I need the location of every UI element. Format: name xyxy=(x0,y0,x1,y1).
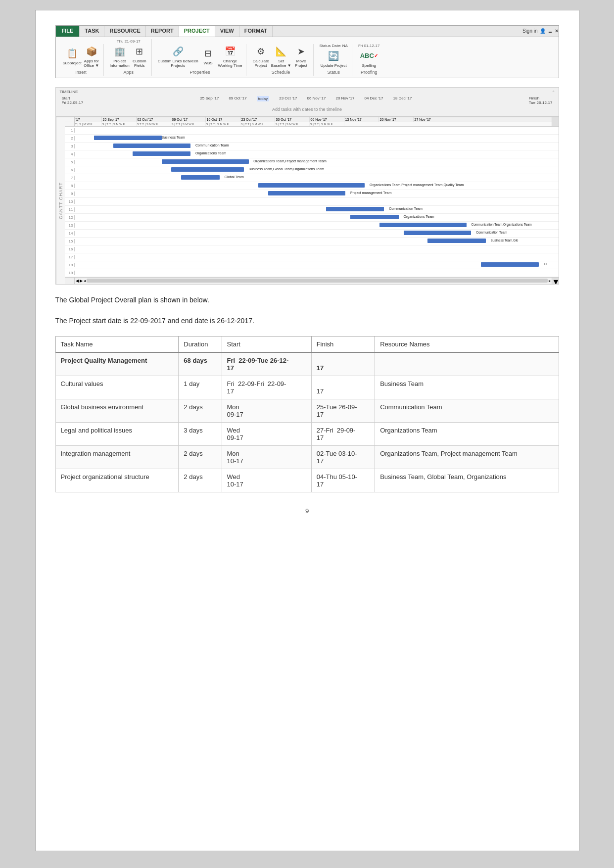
body-line1: The Global Project Overall plan is shown… xyxy=(55,294,559,305)
user-icon: 👤 xyxy=(540,28,546,34)
subproject-button[interactable]: 📋 Subproject xyxy=(63,47,82,66)
gantt-bar xyxy=(427,239,485,243)
duration-cell: 1 day xyxy=(179,376,222,399)
gantt-bar xyxy=(113,144,190,148)
gantt-weekday-6: S | T T | S M W F xyxy=(275,122,310,126)
gantt-bar-label: Business Team,Glo xyxy=(491,239,519,242)
gantt-bar-label: Communication Team xyxy=(195,144,229,147)
table-row: 19 xyxy=(65,269,559,277)
gantt-bar-label: Organizations Team xyxy=(195,151,226,155)
gantt-weekday-5: S | T T | S M W F xyxy=(240,122,275,126)
table-row: 8 Organizations Team,Project management … xyxy=(65,182,559,190)
table-row: Project organizational structure 2 days … xyxy=(55,469,559,492)
gantt-chart-label: GANTT CHART xyxy=(56,117,65,284)
set-baseline-button[interactable]: 📐 SetBaseline ▼ xyxy=(271,45,291,68)
close-icon[interactable]: ✕ xyxy=(555,28,559,34)
custom-links-button[interactable]: 🔗 Custom Links BetweenProjects xyxy=(158,45,198,68)
ribbon-group-insert: 📋 Subproject 📦 Apps forOffice ▼ Insert xyxy=(59,44,104,76)
table-row: Legal and political issues 3 days Wed09-… xyxy=(55,423,559,446)
timeline-date-1: 25 Sep '17 xyxy=(200,96,219,100)
finish-cell: 17 xyxy=(311,376,375,399)
tab-task[interactable]: TASK xyxy=(80,26,104,37)
move-project-button[interactable]: ➤ MoveProject xyxy=(293,45,309,68)
gantt-rows: 1 2 Business Team 3 Communicatio xyxy=(65,127,559,284)
tab-resource[interactable]: RESOURCE xyxy=(104,26,145,37)
gantt-bar xyxy=(94,136,162,140)
gantt-scroll-right[interactable]: ▸ xyxy=(549,279,551,283)
gantt-bar-label: Global Team xyxy=(225,175,244,179)
gantt-date-header-3: 09 Oct '17 xyxy=(171,117,206,122)
gantt-bar-label: Project management Team xyxy=(350,191,392,194)
gantt-next[interactable]: ▶ xyxy=(80,279,83,283)
minimize-icon[interactable]: 🗕 xyxy=(548,28,553,34)
gantt-bar-label: Communication Team xyxy=(476,231,507,234)
gantt-bar xyxy=(258,183,365,188)
custom-fields-icon: ⊞ xyxy=(133,45,146,58)
duration-cell: 3 days xyxy=(179,423,222,446)
sign-in-label[interactable]: Sign in xyxy=(522,28,538,34)
gantt-scroll-left[interactable]: ◂ xyxy=(84,279,86,283)
status-date-label: Status Date: NA xyxy=(320,44,348,48)
col-start: Start xyxy=(222,337,311,353)
col-duration: Duration xyxy=(179,337,222,353)
table-row: 17 xyxy=(65,253,559,261)
timeline-finish: FinishTue 26-12-17 xyxy=(529,96,553,105)
gantt-weekday-0: T | S | M W F xyxy=(75,122,102,126)
gantt-bar xyxy=(162,159,249,164)
table-row: Integration management 2 days Mon10-17 0… xyxy=(55,446,559,469)
status-group-label: Status xyxy=(327,70,340,75)
start-cell: Fri 22-09-Fri 22-09-17 xyxy=(222,376,311,399)
gantt-inner: '17 25 Sep '17 02 Oct '17 09 Oct '17 16 … xyxy=(65,117,559,284)
tab-format[interactable]: FORMAT xyxy=(239,26,273,37)
wbs-button[interactable]: ⊟ WBS xyxy=(200,47,216,66)
gantt-date-header-10: 27 Nov '17 xyxy=(414,117,448,122)
duration-cell: 2 days xyxy=(179,399,222,423)
gantt-date-header-2: 02 Oct '17 xyxy=(137,117,171,122)
timeline-add-tasks: Add tasks with dates to the timeline xyxy=(58,107,557,112)
table-row: 4 Organizations Team xyxy=(65,150,559,158)
timeline-date-6: 04 Dec '17 xyxy=(364,96,383,100)
gantt-bar xyxy=(171,167,244,172)
tab-project[interactable]: PROJECT xyxy=(179,26,215,37)
gantt-bar-label: Organizations Team,Project management Te… xyxy=(253,159,327,163)
table-row: Project Quality Management 68 days Fri 2… xyxy=(55,352,559,376)
finish-cell: 02-Tue 03-10-17 xyxy=(311,446,375,469)
spelling-button[interactable]: ABC✓ Spelling xyxy=(361,49,377,68)
proofing-date: Fri 01-12-17 xyxy=(358,44,380,48)
tab-view[interactable]: VIEW xyxy=(215,26,239,37)
ribbon-group-properties: 🔗 Custom Links BetweenProjects ⊟ WBS 📅 C… xyxy=(154,44,247,76)
project-information-button[interactable]: 🏢 ProjectInformation xyxy=(110,45,130,68)
proofing-group-label: Proofing xyxy=(361,70,378,75)
tab-report[interactable]: REPORT xyxy=(146,26,179,37)
gantt-weekday-1: S | T T | S M W F xyxy=(102,122,137,126)
gantt-date-header-5: 23 Oct '17 xyxy=(240,117,275,122)
table-row: 1 xyxy=(65,127,559,135)
finish-cell: 27-Fri 29-09-17 xyxy=(311,423,375,446)
timeline-label: TIMELINE xyxy=(60,90,78,94)
task-name-cell: Legal and political issues xyxy=(55,423,179,446)
gantt-prev[interactable]: ◀ xyxy=(76,279,79,283)
table-row: 6 Business Team,Global Team,Organization… xyxy=(65,166,559,174)
tab-file[interactable]: FILE xyxy=(56,26,80,37)
timeline-today: today xyxy=(257,96,270,101)
update-project-button[interactable]: 🔄 Update Project xyxy=(321,49,347,68)
change-working-icon: 📅 xyxy=(223,45,237,58)
table-row: 3 Communication Team xyxy=(65,143,559,150)
apps-for-office-button[interactable]: 📦 Apps forOffice ▼ xyxy=(84,45,99,68)
custom-fields-button[interactable]: ⊞ CustomFields xyxy=(132,45,147,68)
timeline-bar: TIMELINE ^ StartFri 22-09-17 25 Sep '17 … xyxy=(55,87,559,117)
start-cell: Mon10-17 xyxy=(222,446,311,469)
gantt-bar xyxy=(133,151,190,156)
gantt-right-scroll[interactable]: ▼ xyxy=(552,278,559,284)
task-name-cell: Cultural values xyxy=(55,376,179,399)
apps-group-label: Apps xyxy=(124,70,134,75)
spelling-icon: ABC✓ xyxy=(362,49,376,63)
gantt-scrollbar-track[interactable] xyxy=(87,279,548,283)
gantt-date-header-6: 30 Oct '17 xyxy=(275,117,310,122)
task-name-cell: Integration management xyxy=(55,446,179,469)
calculate-project-button[interactable]: ⚙ CalculateProject xyxy=(252,45,269,68)
finish-cell: 25-Tue 26-09-17 xyxy=(311,399,375,423)
gantt-bar-label: Organizations Team,Project management Te… xyxy=(370,183,464,187)
gantt-scroll-bar[interactable]: ◀ ▶ ◂ ▸ ▼ xyxy=(65,277,559,284)
change-working-time-button[interactable]: 📅 ChangeWorking Time xyxy=(218,45,242,68)
